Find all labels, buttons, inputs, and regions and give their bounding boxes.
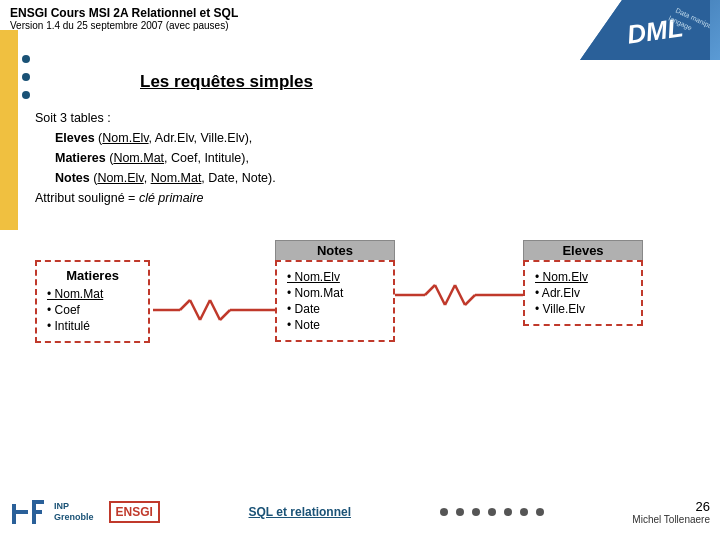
svg-line-8 (210, 300, 220, 320)
notes-item-nommat: • Nom.Mat (287, 286, 383, 300)
notes-item-date: • Date (287, 302, 383, 316)
svg-line-12 (425, 285, 435, 295)
course-subtitle: Version 1.4 du 25 septembre 2007 (avec p… (10, 20, 238, 31)
matieres-table: Matieres • Nom.Mat • Coef • Intitulé (35, 260, 150, 343)
table-desc-matieres: Matieres (Nom.Mat, Coef, Intitule), (55, 148, 276, 168)
header: ENSGI Cours MSI 2A Relationnel et SQL Ve… (10, 6, 238, 31)
matieres-title: Matieres (47, 268, 138, 283)
course-title: ENSGI Cours MSI 2A Relationnel et SQL (10, 6, 238, 20)
nav-dot[interactable] (456, 508, 464, 516)
bottom-logos: INPGrenoble ENSGI (10, 492, 160, 532)
main-content: Soit 3 tables : Eleves (Nom.Elv, Adr.Elv… (35, 108, 276, 208)
matieres-item-nommat: • Nom.Mat (47, 287, 138, 301)
bullet-item (22, 55, 30, 63)
svg-line-7 (200, 300, 210, 320)
bullet-item (22, 73, 30, 81)
svg-line-16 (465, 295, 475, 305)
bottom-right: 26 Michel Tollenaere (632, 499, 710, 525)
notes-table: • Nom.Elv • Nom.Mat • Date • Note (275, 260, 395, 342)
author-name: Michel Tollenaere (632, 514, 710, 525)
top-right-banner: DML Data manipulation langage (580, 0, 720, 60)
matieres-item-coef: • Coef (47, 303, 138, 317)
left-sidebar-decoration (0, 30, 18, 230)
eleves-item-adrelv: • Adr.Elv (535, 286, 631, 300)
matieres-item-intitule: • Intitulé (47, 319, 138, 333)
table-desc-notes: Notes (Nom.Elv, Nom.Mat, Date, Note). (55, 168, 276, 188)
bullet-item (22, 91, 30, 99)
svg-rect-22 (32, 500, 44, 504)
svg-line-14 (445, 285, 455, 305)
svg-line-5 (180, 300, 190, 310)
attribut-note: Attribut souligné = clé primaire (35, 188, 276, 208)
nav-dot[interactable] (440, 508, 448, 516)
nav-dot[interactable] (504, 508, 512, 516)
svg-line-15 (455, 285, 465, 305)
nav-dot[interactable] (520, 508, 528, 516)
eleves-table: • Nom.Elv • Adr.Elv • Ville.Elv (523, 260, 643, 326)
notes-item-note: • Note (287, 318, 383, 332)
bullet-list (22, 55, 30, 109)
ensgi-logo: ENSGI (109, 501, 160, 523)
eleves-item-villeelv: • Ville.Elv (535, 302, 631, 316)
intro-text: Soit 3 tables : (35, 108, 276, 128)
svg-rect-20 (12, 504, 16, 524)
svg-rect-23 (32, 510, 42, 514)
eleves-title-bar: Eleves (523, 240, 643, 261)
notes-item-nomelv: • Nom.Elv (287, 270, 383, 284)
sql-link[interactable]: SQL et relationnel (249, 505, 351, 519)
bottom-bar: INPGrenoble ENSGI SQL et relationnel 26 … (10, 492, 710, 532)
svg-line-6 (190, 300, 200, 320)
nav-dot[interactable] (536, 508, 544, 516)
diagram: Matieres • Nom.Mat • Coef • Intitulé Not… (35, 240, 695, 460)
table-desc-eleves: Eleves (Nom.Elv, Adr.Elv, Ville.Elv), (55, 128, 276, 148)
nav-dot[interactable] (472, 508, 480, 516)
notes-title-bar: Notes (275, 240, 395, 261)
page-number: 26 (632, 499, 710, 514)
svg-line-9 (220, 310, 230, 320)
eleves-item-nomelv: • Nom.Elv (535, 270, 631, 284)
nav-dot[interactable] (488, 508, 496, 516)
section-title: Les requêtes simples (140, 72, 313, 92)
navigation-dots (440, 508, 544, 516)
svg-line-13 (435, 285, 445, 305)
